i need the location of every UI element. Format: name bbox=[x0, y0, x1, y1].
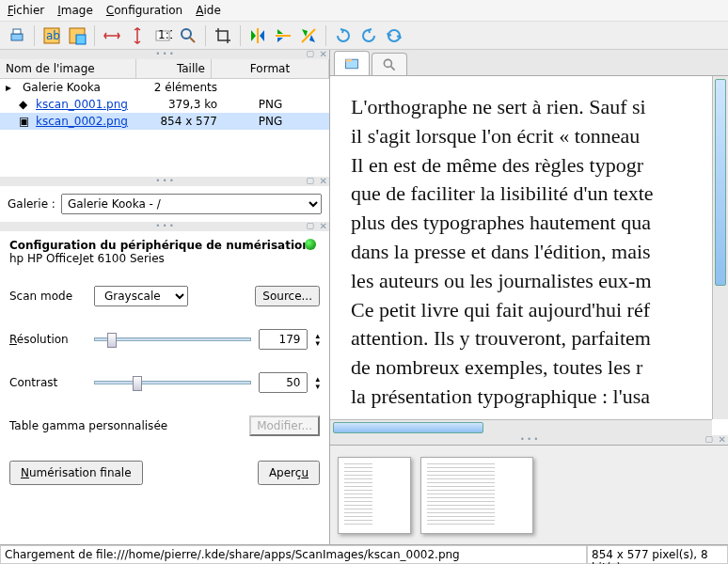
status-led-icon bbox=[305, 239, 316, 250]
gamma-label: Table gamma personnalisée bbox=[9, 419, 242, 432]
svg-rect-1 bbox=[13, 29, 21, 34]
thumbnail-strip bbox=[330, 445, 728, 544]
spin-arrows-icon[interactable]: ▴▾ bbox=[315, 332, 320, 347]
svg-text:ab: ab bbox=[46, 29, 60, 42]
close-icon[interactable]: ✕ bbox=[320, 176, 327, 186]
fit-height-icon[interactable] bbox=[126, 24, 149, 47]
svg-rect-5 bbox=[76, 35, 86, 44]
scan-mode-label: Scan mode bbox=[9, 290, 87, 303]
vertical-scrollbar[interactable] bbox=[712, 76, 728, 419]
panel-handle[interactable]: • • •▢✕ bbox=[0, 50, 329, 59]
gallery-tree: Nom de l'image Taille Format ▸Galerie Ko… bbox=[0, 59, 329, 177]
zoom-100-icon[interactable]: 1:1 bbox=[151, 24, 174, 47]
zoom-icon[interactable] bbox=[177, 24, 199, 47]
print-icon[interactable] bbox=[6, 24, 28, 47]
thumbnail[interactable] bbox=[338, 457, 411, 534]
mirror-h-icon[interactable] bbox=[272, 24, 294, 47]
mirror-diag-icon[interactable] bbox=[297, 24, 320, 47]
close-icon[interactable]: ✕ bbox=[320, 50, 327, 59]
close-icon[interactable]: ✕ bbox=[320, 221, 327, 231]
source-button[interactable]: Source... bbox=[255, 286, 320, 306]
toolbar: ab 1:1 bbox=[0, 22, 728, 50]
svg-rect-11 bbox=[346, 59, 352, 61]
contrast-input[interactable] bbox=[259, 372, 308, 393]
svg-text:1:1: 1:1 bbox=[158, 28, 172, 41]
scan-config: Configuration du périphérique de numéris… bbox=[0, 231, 329, 544]
rotate-180-icon[interactable] bbox=[383, 24, 405, 47]
svg-point-8 bbox=[182, 29, 191, 39]
ocr-selection-icon[interactable] bbox=[66, 24, 88, 47]
preview-area[interactable]: L'orthographe ne sert à rien. Sauf si il… bbox=[330, 76, 728, 435]
left-pane: • • •▢✕ Nom de l'image Taille Format ▸Ga… bbox=[0, 50, 330, 544]
col-name[interactable]: Nom de l'image bbox=[0, 59, 136, 78]
horizontal-scrollbar[interactable] bbox=[330, 419, 712, 435]
svg-point-12 bbox=[384, 59, 391, 67]
tree-root[interactable]: ▸Galerie Kooka 2 éléments bbox=[0, 79, 329, 96]
statusbar: Chargement de file:///home/pierre/.kde/s… bbox=[0, 544, 728, 564]
menu-file[interactable]: Fichier bbox=[8, 4, 44, 17]
gallery-select[interactable]: Galerie Kooka - / bbox=[61, 194, 322, 214]
tree-row[interactable]: ◆kscan_0001.png 379,3 ko PNG bbox=[0, 96, 329, 113]
svg-rect-0 bbox=[11, 34, 23, 40]
preview-button[interactable]: Aperçu bbox=[258, 461, 320, 485]
maximize-icon[interactable]: ▢ bbox=[306, 50, 314, 58]
panel-handle[interactable]: • • •▢✕ bbox=[0, 222, 329, 231]
tabs bbox=[330, 50, 728, 76]
maximize-icon[interactable]: ▢ bbox=[704, 434, 713, 444]
right-pane: L'orthographe ne sert à rien. Sauf si il… bbox=[330, 50, 728, 544]
resolution-slider[interactable] bbox=[94, 337, 251, 341]
status-message: Chargement de file:///home/pierre/.kde/s… bbox=[0, 545, 587, 564]
config-title: Configuration du périphérique de numéris… bbox=[9, 239, 320, 265]
menu-config[interactable]: Configuration bbox=[106, 4, 182, 17]
rotate-ccw-icon[interactable] bbox=[357, 24, 380, 47]
contrast-slider[interactable] bbox=[94, 381, 251, 384]
menu-help[interactable]: Aide bbox=[196, 4, 221, 17]
folder-icon: ▸ bbox=[6, 81, 21, 94]
col-size[interactable]: Taille bbox=[136, 59, 212, 78]
col-format[interactable]: Format bbox=[212, 59, 329, 78]
fit-width-icon[interactable] bbox=[101, 24, 123, 47]
panel-handle[interactable]: • • •▢✕ bbox=[0, 177, 329, 186]
resolution-label: Résolution bbox=[9, 333, 87, 346]
svg-line-13 bbox=[391, 66, 395, 70]
crop-icon[interactable] bbox=[212, 24, 234, 47]
contrast-label: Contrast bbox=[9, 376, 87, 389]
rotate-cw-icon[interactable] bbox=[332, 24, 355, 47]
menubar: Fichier Image Configuration Aide bbox=[0, 0, 728, 22]
image-icon: ◆ bbox=[19, 98, 34, 111]
preview-content: L'orthographe ne sert à rien. Sauf si il… bbox=[351, 93, 654, 412]
spin-arrows-icon[interactable]: ▴▾ bbox=[315, 375, 320, 390]
tab-gallery[interactable] bbox=[334, 51, 370, 75]
tree-row[interactable]: ▣kscan_0002.png 854 x 577 PNG bbox=[0, 113, 329, 130]
scan-mode-select[interactable]: Grayscale bbox=[94, 286, 188, 306]
thumbnail[interactable] bbox=[420, 457, 533, 534]
tab-zoom[interactable] bbox=[372, 53, 407, 75]
maximize-icon[interactable]: ▢ bbox=[306, 176, 314, 185]
svg-line-9 bbox=[190, 38, 195, 42]
close-icon[interactable]: ✕ bbox=[719, 434, 726, 445]
status-image-info: 854 x 577 pixel(s), 8 bit(s) bbox=[587, 545, 728, 564]
gallery-label: Galerie : bbox=[8, 197, 55, 211]
menu-image[interactable]: Image bbox=[57, 4, 93, 17]
resolution-input[interactable] bbox=[259, 329, 308, 350]
panel-handle[interactable]: • • •▢✕ bbox=[330, 435, 728, 445]
ocr-image-icon[interactable]: ab bbox=[40, 24, 63, 47]
maximize-icon[interactable]: ▢ bbox=[306, 221, 314, 230]
mirror-v-icon[interactable] bbox=[246, 24, 269, 47]
final-scan-button[interactable]: Numérisation finale bbox=[9, 461, 143, 485]
image-icon: ▣ bbox=[19, 115, 34, 128]
gamma-edit-button: Modifier... bbox=[249, 415, 320, 436]
